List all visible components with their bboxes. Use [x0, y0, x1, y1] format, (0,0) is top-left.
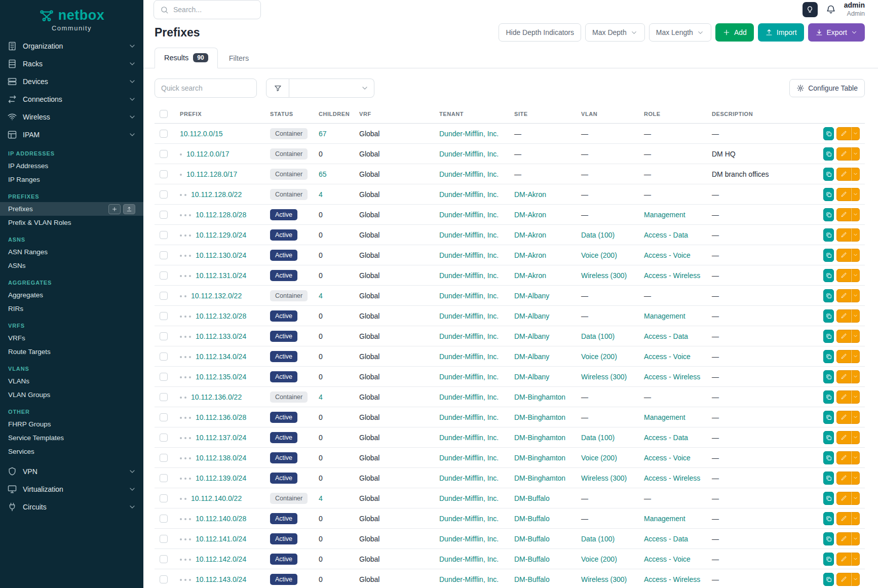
tenant-link[interactable]: Dunder-Mifflin, Inc.	[439, 170, 499, 178]
copy-button[interactable]	[823, 573, 834, 586]
tenant-link[interactable]: Dunder-Mifflin, Inc.	[439, 271, 499, 280]
role-link[interactable]: Access - Voice	[644, 555, 691, 563]
role-link[interactable]: Access - Wireless	[644, 474, 700, 482]
tenant-link[interactable]: Dunder-Mifflin, Inc.	[439, 474, 499, 482]
vlan-link[interactable]: Voice (200)	[581, 555, 617, 563]
row-checkbox[interactable]	[160, 211, 168, 219]
edit-button[interactable]	[836, 249, 851, 262]
tenant-link[interactable]: Dunder-Mifflin, Inc.	[439, 535, 499, 543]
column-header-site[interactable]: SITE	[509, 106, 576, 124]
copy-button[interactable]	[823, 370, 834, 383]
prefix-link[interactable]: 10.112.137.0/24	[196, 434, 246, 442]
tenant-link[interactable]: Dunder-Mifflin, Inc.	[439, 434, 499, 442]
copy-button[interactable]	[823, 330, 834, 343]
edit-dropdown-toggle[interactable]	[851, 208, 860, 221]
column-header-vlan[interactable]: VLAN	[576, 106, 639, 124]
sidebar-item-vlans[interactable]: VLANs	[0, 374, 143, 388]
copy-button[interactable]	[823, 512, 834, 525]
edit-dropdown-toggle[interactable]	[851, 451, 860, 464]
saved-filter-select[interactable]	[289, 79, 374, 98]
prefix-link[interactable]: 10.112.132.0/22	[191, 292, 242, 300]
row-checkbox[interactable]	[160, 170, 168, 178]
row-checkbox[interactable]	[160, 292, 168, 300]
sidebar-item-devices[interactable]: Devices	[0, 72, 143, 90]
role-link[interactable]: Management	[644, 413, 685, 421]
prefix-link[interactable]: 10.112.129.0/24	[196, 231, 246, 239]
edit-button[interactable]	[836, 553, 851, 566]
site-link[interactable]: DM-Buffalo	[514, 535, 550, 543]
edit-button[interactable]	[836, 228, 851, 242]
vlan-link[interactable]: Wireless (300)	[581, 474, 627, 482]
copy-button[interactable]	[823, 289, 834, 302]
vlan-link[interactable]: Voice (200)	[581, 352, 617, 361]
tab-results[interactable]: Results90	[155, 48, 218, 68]
site-link[interactable]: DM-Albany	[514, 352, 549, 361]
prefix-link[interactable]: 10.112.131.0/24	[196, 271, 246, 280]
row-checkbox[interactable]	[160, 312, 168, 320]
row-checkbox[interactable]	[160, 434, 168, 442]
sidebar-item-prefix-vlan-roles[interactable]: Prefix & VLAN Roles	[0, 216, 143, 229]
children-count-link[interactable]: 67	[319, 130, 327, 138]
column-header-children[interactable]: CHILDREN	[314, 106, 354, 124]
notifications-button[interactable]	[825, 4, 836, 15]
copy-button[interactable]	[823, 309, 834, 323]
edit-dropdown-toggle[interactable]	[851, 411, 860, 424]
vlan-link[interactable]: Wireless (300)	[581, 373, 627, 381]
row-checkbox[interactable]	[160, 231, 168, 239]
vlan-link[interactable]: Wireless (300)	[581, 575, 627, 583]
row-checkbox[interactable]	[160, 535, 168, 543]
site-link[interactable]: DM-Akron	[514, 251, 546, 259]
edit-button[interactable]	[836, 168, 851, 181]
row-checkbox[interactable]	[160, 130, 168, 138]
sidebar-item-asn-ranges[interactable]: ASN Ranges	[0, 245, 143, 259]
tab-filters[interactable]: Filters	[220, 49, 258, 68]
tenant-link[interactable]: Dunder-Mifflin, Inc.	[439, 332, 499, 340]
column-header-tenant[interactable]: TENANT	[434, 106, 509, 124]
site-link[interactable]: DM-Albany	[514, 373, 549, 381]
hide-depth-indicators-button[interactable]: Hide Depth Indicators	[499, 23, 581, 42]
column-header-vrf[interactable]: VRF	[354, 106, 434, 124]
row-checkbox[interactable]	[160, 251, 168, 259]
tenant-link[interactable]: Dunder-Mifflin, Inc.	[439, 130, 499, 138]
copy-button[interactable]	[823, 188, 834, 201]
quick-search-input[interactable]	[155, 79, 257, 98]
edit-dropdown-toggle[interactable]	[851, 553, 860, 566]
row-checkbox[interactable]	[160, 575, 168, 583]
configure-table-button[interactable]: Configure Table	[789, 79, 865, 97]
sidebar-item-vrfs[interactable]: VRFs	[0, 331, 143, 345]
prefix-link[interactable]: 10.112.128.0/17	[186, 170, 237, 178]
row-checkbox[interactable]	[160, 515, 168, 523]
tenant-link[interactable]: Dunder-Mifflin, Inc.	[439, 352, 499, 361]
edit-dropdown-toggle[interactable]	[851, 309, 860, 323]
site-link[interactable]: DM-Akron	[514, 190, 546, 199]
prefix-link[interactable]: 10.112.133.0/24	[196, 332, 246, 340]
children-count-link[interactable]: 4	[319, 292, 323, 300]
vlan-link[interactable]: Data (100)	[581, 535, 615, 543]
copy-button[interactable]	[823, 208, 834, 221]
edit-button[interactable]	[836, 472, 851, 485]
import-prefixes-button[interactable]	[123, 204, 135, 214]
edit-button[interactable]	[836, 289, 851, 302]
tenant-link[interactable]: Dunder-Mifflin, Inc.	[439, 555, 499, 563]
copy-button[interactable]	[823, 249, 834, 262]
edit-dropdown-toggle[interactable]	[851, 390, 860, 404]
site-link[interactable]: DM-Albany	[514, 292, 549, 300]
sidebar-item-service-templates[interactable]: Service Templates	[0, 431, 143, 445]
edit-button[interactable]	[836, 269, 851, 282]
tenant-link[interactable]: Dunder-Mifflin, Inc.	[439, 150, 499, 158]
edit-button[interactable]	[836, 431, 851, 444]
add-prefix-button[interactable]	[108, 204, 121, 214]
edit-dropdown-toggle[interactable]	[851, 431, 860, 444]
vlan-link[interactable]: Voice (200)	[581, 251, 617, 259]
edit-button[interactable]	[836, 188, 851, 201]
row-checkbox[interactable]	[160, 474, 168, 482]
tenant-link[interactable]: Dunder-Mifflin, Inc.	[439, 515, 499, 523]
prefix-link[interactable]: 10.112.0.0/17	[186, 150, 230, 158]
sidebar-item-wireless[interactable]: Wireless	[0, 108, 143, 126]
tenant-link[interactable]: Dunder-Mifflin, Inc.	[439, 373, 499, 381]
children-count-link[interactable]: 4	[319, 393, 323, 401]
site-link[interactable]: DM-Akron	[514, 211, 546, 219]
prefix-link[interactable]: 10.112.138.0/24	[196, 454, 246, 462]
copy-button[interactable]	[823, 269, 834, 282]
prefix-link[interactable]: 10.112.135.0/24	[196, 373, 246, 381]
